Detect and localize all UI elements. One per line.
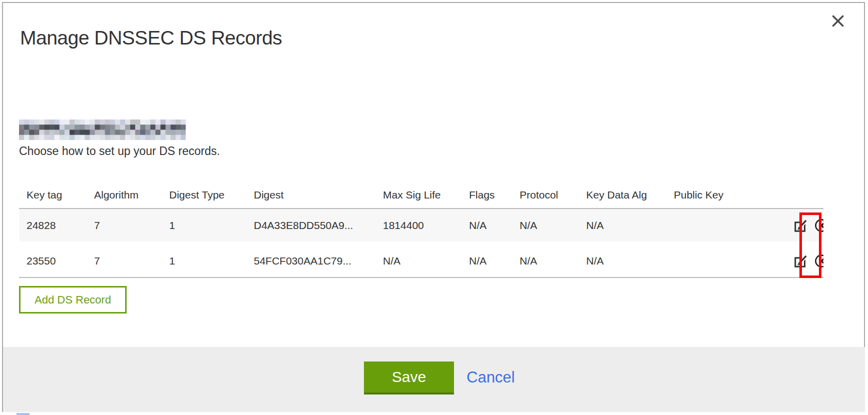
close-button[interactable] xyxy=(827,11,849,33)
edit-record-button[interactable] xyxy=(793,218,808,233)
col-header-key-tag: Key tag xyxy=(19,182,87,208)
cell-flags: N/A xyxy=(462,243,512,278)
cell-actions xyxy=(783,208,823,243)
delete-record-button[interactable] xyxy=(814,254,823,268)
page-title: Manage DNSSEC DS Records xyxy=(20,27,282,49)
col-header-algorithm: Algorithm xyxy=(87,182,162,208)
cell-key-data-alg: N/A xyxy=(579,243,666,278)
background-page-fragment xyxy=(17,413,30,415)
cell-key-data-alg: N/A xyxy=(579,208,666,243)
table-row: 24828 7 1 D4A33E8DD550A9... 1814400 N/A … xyxy=(19,208,823,243)
redacted-domain-name xyxy=(19,120,186,140)
col-header-flags: Flags xyxy=(462,182,512,208)
edit-icon xyxy=(793,224,808,235)
close-icon xyxy=(830,14,845,30)
cell-max-sig-life: 1814400 xyxy=(375,208,462,243)
col-header-digest: Digest xyxy=(246,182,375,208)
cell-digest: D4A33E8DD550A9... xyxy=(246,208,375,243)
cell-max-sig-life: N/A xyxy=(375,243,462,278)
table-row: 23550 7 1 54FCF030AA1C79... N/A N/A N/A … xyxy=(19,243,823,278)
delete-circle-x-icon xyxy=(814,224,823,235)
cell-key-tag: 24828 xyxy=(19,208,87,243)
cell-public-key xyxy=(666,243,783,278)
col-header-max-sig-life: Max Sig Life xyxy=(375,182,462,208)
table-header-row: Key tag Algorithm Digest Type Digest Max… xyxy=(19,182,823,208)
cell-digest: 54FCF030AA1C79... xyxy=(246,243,375,278)
col-header-public-key: Public Key xyxy=(666,182,783,208)
cell-digest-type: 1 xyxy=(162,208,246,243)
cell-algorithm: 7 xyxy=(87,208,162,243)
ds-records-table: Key tag Algorithm Digest Type Digest Max… xyxy=(19,182,823,278)
col-header-protocol: Protocol xyxy=(512,182,579,208)
col-header-key-data-alg: Key Data Alg xyxy=(579,182,666,208)
cell-public-key xyxy=(666,208,783,243)
subtitle: Choose how to set up your DS records. xyxy=(19,144,220,158)
cell-actions xyxy=(783,243,823,278)
save-button[interactable]: Save xyxy=(364,362,454,394)
col-header-actions xyxy=(783,182,823,208)
cell-flags: N/A xyxy=(462,208,512,243)
cell-digest-type: 1 xyxy=(162,243,246,278)
cell-protocol: N/A xyxy=(512,243,579,278)
col-header-digest-type: Digest Type xyxy=(162,182,246,208)
add-ds-record-button[interactable]: Add DS Record xyxy=(19,286,127,314)
delete-record-button[interactable] xyxy=(814,218,823,233)
cancel-link[interactable]: Cancel xyxy=(467,368,515,386)
delete-circle-x-icon xyxy=(814,259,823,270)
cell-algorithm: 7 xyxy=(87,243,162,278)
edit-icon xyxy=(793,259,808,270)
cell-key-tag: 23550 xyxy=(19,243,87,278)
edit-record-button[interactable] xyxy=(793,254,808,268)
cell-protocol: N/A xyxy=(512,208,579,243)
